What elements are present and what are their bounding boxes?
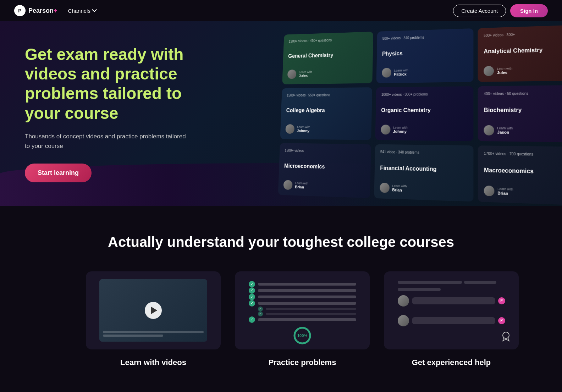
practice-row-2: ✓: [249, 287, 356, 294]
card-content: 1700+ videos · 700 questions Macroeconom…: [478, 145, 562, 205]
hero-section: Get exam ready with videos and practice …: [0, 21, 562, 206]
check-icon-3: ✓: [249, 294, 255, 300]
card-content: 1200+ videos · 450+ questions General Ch…: [282, 32, 373, 84]
instructor-name: Patrick: [394, 72, 408, 76]
avatar: [484, 186, 495, 196]
chat-row-1: P: [398, 295, 505, 307]
expert-bar-row-1: [398, 281, 505, 284]
card-instructor: Learn with Brian: [380, 183, 468, 195]
exp-bar-1: [398, 281, 462, 284]
avatar-2: [398, 315, 409, 326]
card-instructor: Learn with Johnny: [285, 124, 366, 134]
video-illustration: [86, 271, 221, 349]
svg-point-2: [503, 332, 509, 338]
video-thumbnail: [99, 279, 207, 342]
card-content: 1500+ videos Microeconomics Learn with B…: [278, 143, 371, 198]
video-bars: [103, 331, 204, 338]
create-account-button[interactable]: Create Account: [453, 5, 506, 17]
card-stats: 400+ videos · 50 questions: [484, 91, 562, 96]
practice-row-4: ✓: [249, 300, 356, 307]
channels-menu[interactable]: Channels: [68, 8, 97, 14]
feature-expert-title: Get experienced help: [412, 358, 491, 367]
course-card[interactable]: 1500+ videos · 550+ questions College Al…: [280, 87, 372, 140]
features-grid: Learn with videos ✓ ✓ ✓: [86, 271, 476, 367]
course-card[interactable]: 541 video · 340 problems Financial Accou…: [374, 144, 474, 202]
play-triangle: [151, 307, 157, 314]
video-bar-1: [103, 331, 204, 333]
pearson-badge-1: P: [498, 297, 505, 304]
check-icon-1: ✓: [249, 281, 255, 287]
card-stats: 500+ videos · 300+: [484, 31, 562, 38]
card-content: 1500+ videos · 550+ questions College Al…: [280, 87, 372, 140]
card-name: Organic Chemistry: [381, 107, 468, 113]
instructor-info: Learn with Brian: [392, 184, 407, 193]
instructor-info: Learn with Brian: [497, 187, 513, 196]
logo-icon: P: [14, 5, 26, 16]
card-stats: 1700+ videos · 700 questions: [484, 151, 562, 157]
progress-ring-container: 100%: [249, 326, 356, 346]
logo[interactable]: P Pearson+: [14, 5, 57, 16]
card-content: 1000+ videos · 300+ problems Organic Che…: [375, 86, 473, 141]
card-instructor: Learn with Brian: [283, 180, 365, 192]
instructor-name: Brian: [497, 191, 513, 196]
feature-videos: Learn with videos: [86, 271, 221, 367]
card-content: 500+ videos · 300+ Analytical Chemistry …: [478, 25, 562, 82]
instructor-info: Learn with Patrick: [394, 68, 408, 76]
card-name: Financial Accounting: [380, 165, 468, 173]
award-icon: [500, 331, 512, 342]
instructor-name: Jason: [497, 130, 513, 134]
chat-bubble-2: [412, 317, 495, 324]
feature-practice: ✓ ✓ ✓ ✓ ✓: [235, 271, 370, 367]
practice-bar-5: [266, 308, 356, 310]
avatar: [382, 68, 391, 78]
course-card[interactable]: 1000+ videos · 300+ problems Organic Che…: [375, 86, 473, 141]
hero-content: Get exam ready with videos and practice …: [0, 23, 213, 204]
course-card[interactable]: 500+ videos · 300+ Analytical Chemistry …: [478, 25, 562, 82]
avatar: [484, 66, 494, 76]
avatar: [380, 183, 390, 193]
course-card[interactable]: 1200+ videos · 450+ questions General Ch…: [282, 32, 373, 84]
practice-bar-4: [258, 302, 356, 305]
progress-ring: 100%: [292, 326, 312, 346]
card-name: Macroeconomics: [484, 167, 562, 176]
features-title: Actually understand your toughest colleg…: [14, 234, 548, 250]
instructor-name: Brian: [392, 188, 407, 192]
instructor-name: Brian: [295, 185, 308, 189]
card-stats: 1000+ videos · 300+ problems: [381, 92, 468, 96]
hero-title: Get exam ready with videos and practice …: [25, 45, 188, 123]
card-stats: 1500+ videos · 550+ questions: [287, 93, 367, 97]
play-button-icon[interactable]: [145, 302, 162, 319]
course-card[interactable]: 1700+ videos · 700 questions Macroeconom…: [478, 145, 562, 205]
card-stats: 500+ videos · 340 problems: [382, 34, 468, 40]
channels-label: Channels: [68, 8, 90, 14]
card-instructor: Learn with Patrick: [382, 66, 468, 77]
course-card[interactable]: 500+ videos · 340 problems Physics Learn…: [376, 28, 473, 83]
instructor-info: Learn with Johnny: [297, 125, 310, 133]
instructor-name: Jules: [299, 73, 312, 78]
practice-bar-6: [266, 313, 356, 315]
card-stats: 1200+ videos · 450+ questions: [289, 37, 368, 43]
feature-videos-title: Learn with videos: [120, 358, 186, 367]
chat-row-2: P: [398, 315, 505, 326]
check-icon-6: ✓: [258, 311, 263, 316]
start-learning-button[interactable]: Start learning: [25, 164, 92, 182]
card-stats: 541 video · 340 problems: [380, 150, 468, 155]
hero-cards-grid: 1200+ videos · 450+ questions General Ch…: [271, 21, 562, 206]
instructor-label: Learn with: [297, 125, 310, 129]
card-instructor: Learn with Brian: [484, 186, 562, 199]
card-name: Analytical Chemistry: [484, 46, 562, 55]
expert-content: P P: [394, 277, 509, 344]
sign-in-button[interactable]: Sign In: [510, 4, 548, 17]
avatar-1: [398, 295, 409, 307]
instructor-info: Learn with Johnny: [393, 126, 408, 134]
course-card[interactable]: 1500+ videos Microeconomics Learn with B…: [278, 143, 371, 198]
chat-bubble-1: [412, 297, 495, 304]
check-icon-5: ✓: [258, 307, 263, 311]
course-card[interactable]: 400+ videos · 50 questions Biochemistry …: [478, 85, 562, 142]
navbar: P Pearson+ Channels Create Account Sign …: [0, 0, 562, 21]
check-icon-4: ✓: [249, 300, 255, 307]
pearson-badge-2: P: [498, 317, 505, 324]
practice-row-3: ✓: [249, 294, 356, 300]
card-content: 541 video · 340 problems Financial Accou…: [374, 144, 474, 202]
progress-percentage: 100%: [292, 326, 312, 346]
